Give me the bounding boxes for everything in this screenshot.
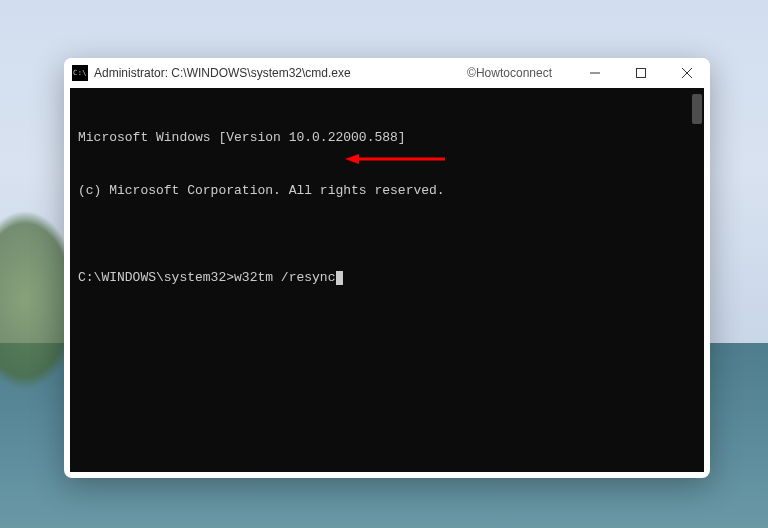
- minimize-button[interactable]: [572, 58, 618, 88]
- close-icon: [682, 68, 692, 78]
- maximize-icon: [636, 68, 646, 78]
- terminal-body[interactable]: Microsoft Windows [Version 10.0.22000.58…: [70, 88, 704, 472]
- prompt: C:\WINDOWS\system32>: [78, 270, 234, 285]
- maximize-button[interactable]: [618, 58, 664, 88]
- cursor: [336, 271, 343, 285]
- titlebar[interactable]: C:\ Administrator: C:\WINDOWS\system32\c…: [64, 58, 710, 88]
- svg-rect-1: [637, 69, 646, 78]
- window-controls: [572, 58, 710, 88]
- window-title: Administrator: C:\WINDOWS\system32\cmd.e…: [94, 66, 351, 80]
- terminal-scrollbar[interactable]: [692, 94, 702, 124]
- cmd-window: C:\ Administrator: C:\WINDOWS\system32\c…: [64, 58, 710, 478]
- terminal-line: (c) Microsoft Corporation. All rights re…: [78, 182, 696, 200]
- close-button[interactable]: [664, 58, 710, 88]
- watermark-text: ©Howtoconnect: [467, 66, 552, 80]
- terminal-prompt-line: C:\WINDOWS\system32>w32tm /resync: [78, 269, 696, 287]
- terminal-line: Microsoft Windows [Version 10.0.22000.58…: [78, 129, 696, 147]
- minimize-icon: [590, 68, 600, 78]
- typed-command: w32tm /resync: [234, 270, 335, 285]
- cmd-icon: C:\: [72, 65, 88, 81]
